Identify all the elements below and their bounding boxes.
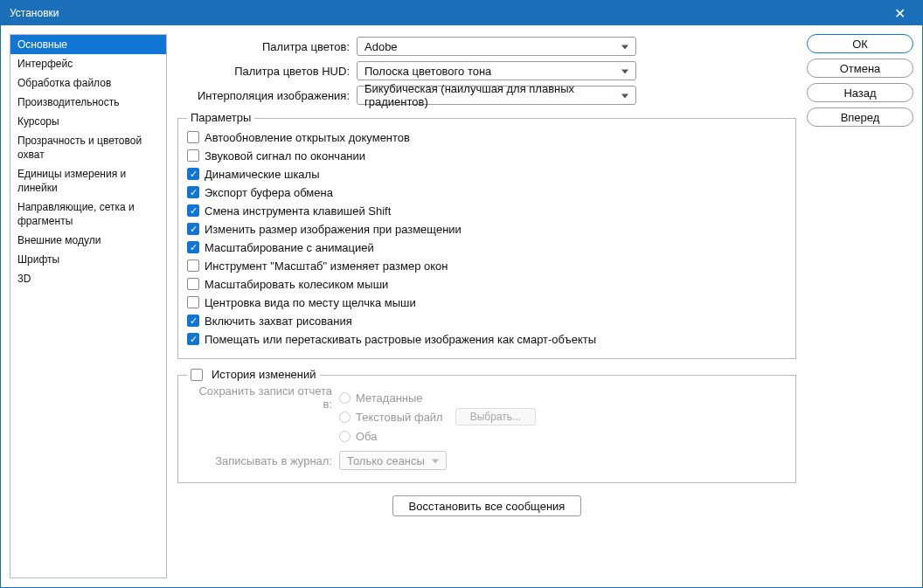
label-color-picker: Палитра цветов: <box>177 40 357 53</box>
dialog-buttons: ОК Отмена Назад Вперед <box>807 34 913 578</box>
radio-textfile <box>339 412 350 423</box>
sidebar-item-cursors[interactable]: Курсоры <box>10 112 166 131</box>
checkbox-icon <box>191 369 203 381</box>
check-resize-on-place[interactable]: Изменить размер изображения при размещен… <box>187 220 787 238</box>
ok-button[interactable]: ОК <box>807 34 913 53</box>
sidebar-item-3d[interactable]: 3D <box>10 269 166 288</box>
opt-metadata: Метаданные <box>356 391 423 405</box>
sidebar-item-interface[interactable]: Интерфейс <box>10 54 166 73</box>
main-panel: Палитра цветов: Adobe Палитра цветов HUD… <box>177 34 796 578</box>
check-scroll-zoom[interactable]: Масштабировать колесиком мыши <box>187 275 787 293</box>
sidebar-item-performance[interactable]: Производительность <box>10 93 166 112</box>
check-animated-zoom[interactable]: Масштабирование с анимацией <box>187 239 787 256</box>
window-title: Установки <box>10 7 882 19</box>
category-sidebar: Основные Интерфейс Обработка файлов Прои… <box>10 34 167 578</box>
close-icon[interactable]: ✕ <box>882 1 917 25</box>
label-interpolation: Интерполяция изображения: <box>177 89 357 102</box>
check-place-as-smart[interactable]: Помещать или перетаскивать растровые изо… <box>187 330 787 348</box>
sidebar-item-units[interactable]: Единицы измерения и линейки <box>10 164 166 197</box>
check-flick-panning[interactable]: Включить захват рисования <box>187 312 787 329</box>
row-hud-picker: Палитра цветов HUD: Полоска цветового то… <box>177 59 796 83</box>
select-color-picker[interactable]: Adobe <box>357 37 636 56</box>
reset-warnings-button[interactable]: Восстановить все сообщения <box>392 495 582 516</box>
checkbox-icon <box>187 333 199 345</box>
next-button[interactable]: Вперед <box>807 107 913 127</box>
sidebar-item-plugins[interactable]: Внешние модули <box>10 231 166 250</box>
check-dynamic-sliders[interactable]: Динамические шкалы <box>187 165 787 183</box>
options-legend: Параметры <box>187 111 254 124</box>
check-zoom-resize-windows[interactable]: Инструмент "Масштаб" изменяет размер око… <box>187 257 787 274</box>
row-interpolation: Интерполяция изображения: Бикубическая (… <box>177 83 796 107</box>
select-log-items: Только сеансы <box>339 451 447 470</box>
row-color-picker: Палитра цветов: Adobe <box>177 34 796 59</box>
check-beep[interactable]: Звуковой сигнал по окончании <box>187 147 787 164</box>
select-interpolation[interactable]: Бикубическая (наилучшая для плавных град… <box>357 86 636 105</box>
preferences-window: Установки ✕ Основные Интерфейс Обработка… <box>0 0 923 588</box>
checkbox-icon <box>187 315 199 327</box>
cancel-button[interactable]: Отмена <box>807 59 913 78</box>
top-form: Палитра цветов: Adobe Палитра цветов HUD… <box>177 34 796 107</box>
options-fieldset: Параметры Автообновление открытых докуме… <box>177 118 796 359</box>
checkbox-icon <box>187 223 199 235</box>
select-hud-picker[interactable]: Полоска цветового тона <box>357 61 636 80</box>
radio-both <box>339 431 350 442</box>
check-export-clipboard[interactable]: Экспорт буфера обмена <box>187 183 787 201</box>
prev-button[interactable]: Назад <box>807 83 913 102</box>
checkbox-icon <box>187 296 199 308</box>
checkbox-icon <box>187 186 199 198</box>
label-save-log: Сохранить записи отчета в: <box>187 384 339 411</box>
sidebar-item-file-handling[interactable]: Обработка файлов <box>10 73 166 93</box>
sidebar-item-fonts[interactable]: Шрифты <box>10 250 166 269</box>
checkbox-icon <box>187 204 199 217</box>
sidebar-item-transparency[interactable]: Прозрачность и цветовой охват <box>10 131 166 164</box>
dialog-body: Основные Интерфейс Обработка файлов Прои… <box>1 25 922 587</box>
checkbox-icon <box>187 241 199 253</box>
label-hud-picker: Палитра цветов HUD: <box>177 65 357 78</box>
checkbox-icon <box>187 149 199 162</box>
label-log-items: Записывать в журнал: <box>187 454 339 467</box>
checkbox-icon <box>187 168 199 180</box>
checkbox-icon <box>187 259 199 272</box>
titlebar: Установки ✕ <box>1 1 922 25</box>
sidebar-item-general[interactable]: Основные <box>10 35 166 54</box>
check-auto-update[interactable]: Автообновление открытых документов <box>187 128 787 146</box>
check-shift-tool[interactable]: Смена инструмента клавишей Shift <box>187 202 787 219</box>
choose-file-button: Выбрать... <box>455 408 536 425</box>
history-fieldset: История изменений Сохранить записи отчет… <box>177 375 796 483</box>
sidebar-item-guides[interactable]: Направляющие, сетка и фрагменты <box>10 197 166 231</box>
checkbox-icon <box>187 278 199 290</box>
opt-textfile: Текстовый файл <box>356 411 443 424</box>
radio-metadata <box>339 392 350 404</box>
check-zoom-clicked-point[interactable]: Центровка вида по месту щелчка мыши <box>187 294 787 311</box>
opt-both: Оба <box>356 430 378 443</box>
history-legend[interactable]: История изменений <box>187 368 320 381</box>
checkbox-icon <box>187 131 199 143</box>
